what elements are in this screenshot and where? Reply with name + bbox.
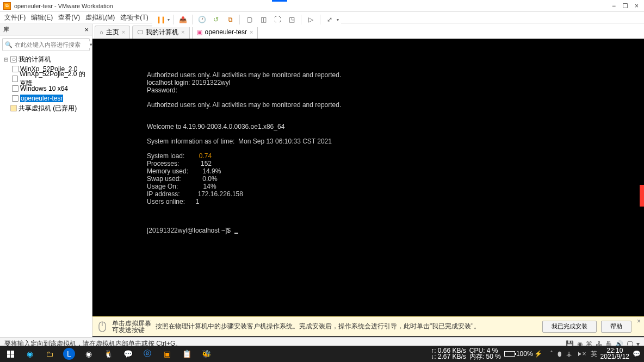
help-button[interactable]: 帮助 [601,321,631,333]
ie-icon[interactable]: ⓔ [138,346,157,361]
vm-icon [12,85,18,92]
app-mascot-icon[interactable]: 🐝 [197,346,215,361]
search-icon: 🔍 [5,41,13,48]
notepad-icon[interactable]: 📋 [177,346,196,361]
cpu-mem[interactable]: CPU: 4 %内存: 50 % [469,348,501,360]
vm-icon [12,76,18,82]
view-multi-icon[interactable]: ◫ [257,14,269,26]
window-title: openeuler-tesr - VMware Workstation [14,3,612,9]
install-notice-bar: 单击虚拟屏幕可发送按键 按照在物理计算机中的步骤安装客户机操作系统。完成安装后，… [92,316,644,336]
search-field[interactable] [13,41,90,48]
tree-root-shared[interactable]: 共享虚拟机 (已弃用) [2,103,90,113]
sidebar-close-icon[interactable]: × [84,26,89,34]
sidebar-label: 库 [3,26,9,34]
vm-tree: ⊟ 🖵 我的计算机 WinXp_52Pojie_2.0 WinXp_52Poji… [0,53,92,114]
edge-icon[interactable]: ◉ [21,346,39,361]
app-orange-icon[interactable]: ▣ [158,346,176,361]
battery-icon[interactable]: 100%⚡ [504,350,542,358]
maximize-button[interactable]: ☐ [622,2,628,10]
search-input[interactable]: 🔍 ▾ [2,38,90,51]
app-logo-icon: ⧉ [3,2,11,10]
app-red-icon[interactable]: 🐧 [99,346,117,361]
tray-expand-icon[interactable]: ˄ [550,350,553,358]
cursor-icon [234,233,238,234]
menu-view[interactable]: 查看(V) [58,13,80,22]
vm-console[interactable]: Authorized users only. All activities ma… [92,39,644,316]
done-install-button[interactable]: 我已完成安装 [542,321,597,333]
notifications-icon[interactable]: 💬 [633,350,641,358]
close-button[interactable]: × [635,2,639,10]
tree-label: Windows 10 x64 [20,85,68,92]
vm-running-icon: ▣ [197,29,202,36]
wifi-icon[interactable]: ⚶ [566,350,572,358]
tab-close-icon[interactable]: × [122,29,125,35]
red-indicator [640,185,644,207]
sidebar-header: 库 × [0,24,92,36]
wechat-icon[interactable]: 💬 [119,346,137,361]
tree-label: 共享虚拟机 (已弃用) [18,104,77,113]
stretch-icon[interactable]: ⤢ [324,14,336,26]
snapshot-revert-icon[interactable]: ↺ [210,14,222,26]
pause-icon[interactable]: ❙❙ [154,14,166,26]
toolbar: ❙❙ ▾ 📤 🕐 ↺ ⧉ ▢ ◫ ⛶ ◳ ▷ ⤢ ▾ [152,12,341,27]
notice-close-icon[interactable]: × [637,317,641,325]
mouse-icon [97,321,108,332]
folder-icon [10,105,17,111]
titlebar: ⧉ openeuler-tesr - VMware Workstation − … [0,0,644,12]
console-icon[interactable]: ▷ [305,14,317,26]
install-instruction: 按照在物理计算机中的步骤安装客户机操作系统。完成安装后，操作系统会进行引导，此时… [156,322,480,331]
tab-mypc[interactable]: 🖵 我的计算机 × [132,26,189,39]
console-output: Authorized users only. All activities ma… [147,72,644,235]
tab-close-icon[interactable]: × [181,29,184,35]
menu-tabs[interactable]: 选项卡(T) [120,13,148,22]
app-blue-icon[interactable]: L [63,348,75,360]
view-single-icon[interactable]: ▢ [243,14,255,26]
chrome-icon[interactable]: ◉ [79,346,98,361]
click-instruction: 单击虚拟屏幕可发送按键 [112,320,151,333]
snapshot-send-icon[interactable]: 📤 [177,14,189,26]
view-unity-icon[interactable]: ◳ [286,14,298,26]
tree-label: 我的计算机 [18,55,51,64]
tab-openeuler[interactable]: ▣ openeuler-tesr × [192,26,258,39]
console-wrap: Authorized users only. All activities ma… [92,39,644,337]
expand-icon[interactable]: ⊟ [3,57,9,63]
power-dropdown-icon[interactable]: ▾ [168,17,170,22]
volume-icon[interactable]: 🕨× [576,350,586,358]
tree-item-openeuler[interactable]: openeuler-tesr [2,93,90,103]
tray-app1-icon[interactable]: ⬮ [558,350,562,358]
snapshot-clock-icon[interactable]: 🕐 [196,14,208,26]
blue-top-marker [272,0,287,2]
computer-icon: 🖵 [137,29,143,35]
windows-taskbar: ◉ 🗀 L ◉ 🐧 💬 ⓔ ▣ 📋 🐝 ↑: 0.66 KB/s↓: 2.67 … [0,346,644,362]
view-fullscreen-icon[interactable]: ⛶ [271,14,283,26]
stretch-dropdown-icon[interactable]: ▾ [337,17,339,22]
minimize-button[interactable]: − [612,2,616,10]
snapshot-manager-icon[interactable]: ⧉ [224,14,236,26]
clock[interactable]: 22:102021/9/12 [600,348,629,360]
sidebar: 库 × 🔍 ▾ ⊟ 🖵 我的计算机 WinXp_52Pojie_2.0 WinX… [0,24,92,337]
start-button[interactable] [1,346,20,361]
tree-item-winxp-clone[interactable]: WinXp_52Pojie_2.0 的克隆 [2,74,90,84]
home-icon: ⌂ [100,29,103,35]
tab-label: openeuler-tesr [205,28,247,36]
tree-label: openeuler-tesr [20,95,63,102]
menu-vm[interactable]: 虚拟机(M) [85,13,115,22]
tab-close-icon[interactable]: × [250,29,253,35]
content-area: ⌂ 主页 × 🖵 我的计算机 × ▣ openeuler-tesr × Auth… [92,24,644,337]
vm-icon [12,66,18,72]
ime-label[interactable]: 英 [591,349,597,359]
net-speed[interactable]: ↑: 0.66 KB/s↓: 2.67 KB/s [431,348,466,360]
tree-root-mypc[interactable]: ⊟ 🖵 我的计算机 [2,54,90,64]
menu-edit[interactable]: 编辑(E) [31,13,53,22]
explorer-icon[interactable]: 🗀 [40,346,59,361]
tab-home[interactable]: ⌂ 主页 × [95,26,130,39]
tab-label: 我的计算机 [146,28,178,37]
tab-label: 主页 [106,28,119,37]
menu-file[interactable]: 文件(F) [4,13,26,22]
vm-icon [12,95,18,102]
computer-icon: 🖵 [10,56,17,63]
